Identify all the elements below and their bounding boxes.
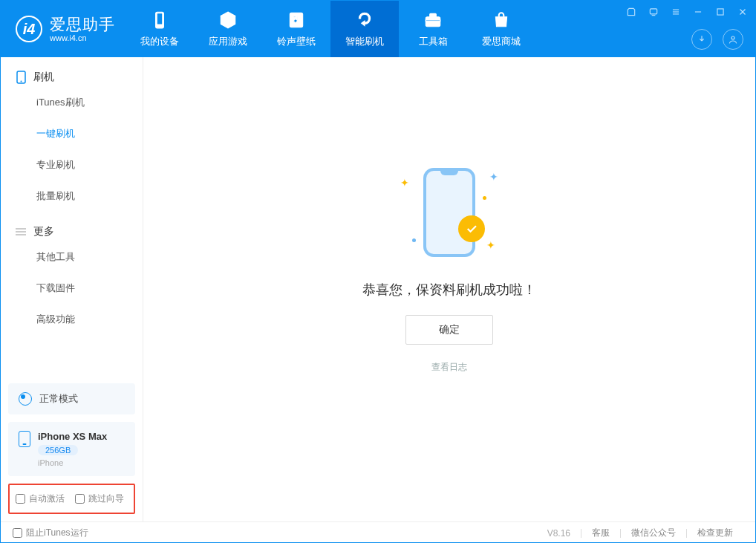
feedback-icon[interactable] [647,5,660,19]
svg-point-16 [20,81,22,82]
phone-outline-icon [16,72,26,82]
store-icon [491,10,512,30]
nav-smart-flash[interactable]: 智能刷机 [330,1,399,57]
support-link[interactable]: 客服 [581,527,620,539]
svg-rect-6 [650,9,656,14]
window-controls [625,5,749,19]
nav-apps-games[interactable]: 应用游戏 [194,1,262,57]
cube-icon [218,10,238,30]
device-name: iPhone XS Max [38,431,107,442]
device-phone-icon [19,431,30,447]
device-icon [149,10,170,30]
sidebar-group-flash: 刷机 iTunes刷机 一键刷机 专业刷机 批量刷机 [1,57,143,212]
maximize-icon[interactable] [714,5,727,19]
music-icon [286,10,307,30]
svg-rect-5 [426,20,440,22]
refresh-shield-icon [354,10,375,30]
block-itunes-input[interactable] [13,528,22,538]
sparkle-icon: ✦ [400,177,409,189]
nav-toolbox[interactable]: 工具箱 [399,1,467,57]
nav-label: 铃声壁纸 [277,35,316,48]
sidebar-header-label: 更多 [33,225,54,238]
check-update-link[interactable]: 检查更新 [687,527,743,539]
nav-store[interactable]: 爱思商城 [467,1,535,57]
header-bar: i4 爱思助手 www.i4.cn 我的设备 应用游戏 铃声壁纸 [1,1,755,57]
sidebar-item-oneclick-flash[interactable]: 一键刷机 [1,118,143,149]
app-logo-icon: i4 [16,16,42,42]
logo-subtitle: www.i4.cn [50,33,115,42]
device-type: iPhone [38,458,107,467]
block-itunes-checkbox[interactable]: 阻止iTunes运行 [13,527,88,539]
flash-options-box: 自动激活 跳过向导 [8,484,135,514]
skin-icon[interactable] [625,5,638,19]
header-actions [691,29,743,50]
success-illustration: ✦ ✦ ✦ [390,160,509,264]
sidebar-item-itunes-flash[interactable]: iTunes刷机 [1,87,143,118]
account-button[interactable] [723,29,743,50]
auto-activate-checkbox[interactable]: 自动激活 [16,492,65,505]
mode-indicator-icon [19,392,32,406]
download-button[interactable] [691,29,712,50]
svg-rect-11 [717,9,723,15]
device-storage-badge: 256GB [38,445,78,455]
sparkle-icon: ✦ [489,171,498,183]
version-label: V8.16 [537,528,581,539]
nav-label: 我的设备 [140,35,179,48]
sidebar-item-download-firmware[interactable]: 下载固件 [1,273,143,304]
success-message: 恭喜您，保资料刷机成功啦！ [362,281,536,299]
device-mode-card[interactable]: 正常模式 [8,383,135,414]
main-content: ✦ ✦ ✦ 恭喜您，保资料刷机成功啦！ 确定 查看日志 [143,57,755,521]
sidebar-item-advanced[interactable]: 高级功能 [1,304,143,335]
sidebar-header-more: 更多 [1,225,143,241]
menu-icon[interactable] [669,5,682,19]
minimize-icon[interactable] [691,5,705,19]
sidebar: 刷机 iTunes刷机 一键刷机 专业刷机 批量刷机 更多 其他工具 下载固件 … [1,57,143,521]
sidebar-item-pro-flash[interactable]: 专业刷机 [1,149,143,181]
footer-bar: 阻止iTunes运行 V8.16 客服 微信公众号 检查更新 [1,521,755,543]
check-success-icon [458,215,485,242]
svg-rect-4 [430,13,437,17]
svg-rect-1 [157,13,163,25]
skip-guide-label: 跳过向导 [88,492,124,505]
logo-area: i4 爱思助手 www.i4.cn [1,16,126,42]
nav-my-device[interactable]: 我的设备 [126,1,194,57]
nav-tabs: 我的设备 应用游戏 铃声壁纸 智能刷机 工具箱 [126,1,535,57]
svg-point-14 [731,36,734,39]
confirm-button[interactable]: 确定 [405,315,493,345]
nav-label: 工具箱 [419,35,448,48]
dot-icon [412,238,416,242]
view-log-link[interactable]: 查看日志 [431,361,467,374]
nav-ringtone-wallpaper[interactable]: 铃声壁纸 [262,1,330,57]
wechat-link[interactable]: 微信公众号 [621,527,686,539]
sidebar-header-flash: 刷机 [1,71,143,87]
toolbox-icon [423,10,443,30]
skip-guide-input[interactable] [75,494,85,504]
device-mode-label: 正常模式 [39,392,78,406]
menu-lines-icon [16,227,26,237]
nav-label: 应用游戏 [209,35,247,48]
nav-label: 智能刷机 [345,35,384,48]
phone-illustration-icon [423,168,475,257]
dot-icon [483,196,486,200]
auto-activate-input[interactable] [16,494,25,504]
sidebar-item-other-tools[interactable]: 其他工具 [1,241,143,273]
sidebar-item-batch-flash[interactable]: 批量刷机 [1,181,143,212]
skip-guide-checkbox[interactable]: 跳过向导 [75,492,124,505]
auto-activate-label: 自动激活 [29,492,65,505]
close-icon[interactable] [736,5,749,19]
sidebar-header-label: 刷机 [33,71,54,84]
body-container: 刷机 iTunes刷机 一键刷机 专业刷机 批量刷机 更多 其他工具 下载固件 … [1,57,755,521]
block-itunes-label: 阻止iTunes运行 [26,527,88,539]
device-info-card[interactable]: iPhone XS Max 256GB iPhone [8,422,135,476]
sparkle-icon: ✦ [486,239,495,251]
sidebar-group-more: 更多 其他工具 下载固件 高级功能 [1,212,143,335]
logo-title: 爱思助手 [50,16,115,33]
nav-label: 爱思商城 [482,35,521,48]
